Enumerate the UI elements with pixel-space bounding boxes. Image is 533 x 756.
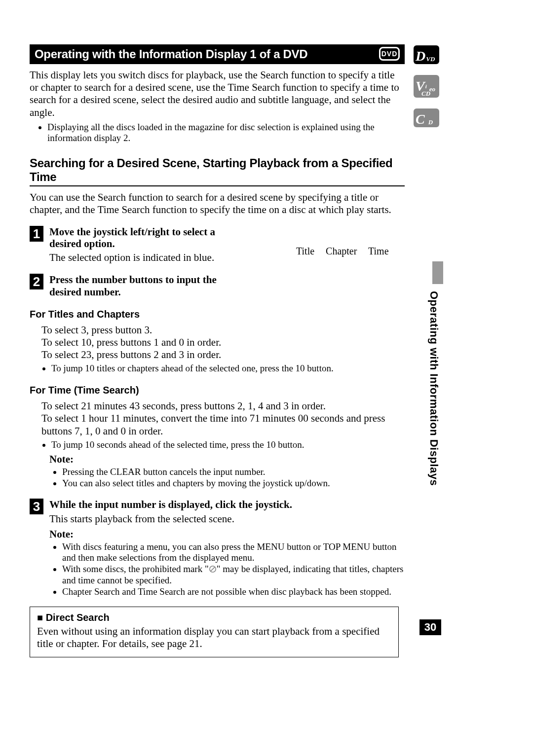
subsection-body: You can use the Search function to searc… [30, 191, 405, 216]
step-1-heading: Move the joystick left/right to select a… [49, 226, 237, 250]
option-chapter: Chapter [326, 246, 357, 256]
subhead-titles-chapters: For Titles and Chapters [30, 309, 405, 320]
ts-bullets: To jump 10 seconds ahead of the selected… [51, 439, 405, 450]
dvd-icon: DVD [379, 47, 400, 61]
sidebar-badge-cd: CD [414, 108, 439, 127]
option-time: Time [368, 246, 389, 256]
note-2-b3: Chapter Search and Time Search are not p… [62, 586, 405, 598]
step-3: 3 While the input number is displayed, c… [30, 499, 405, 525]
note-1-b2: You can also select titles and chapters … [62, 478, 405, 489]
tc-line-3: To select 23, press buttons 2 and 3 in o… [41, 349, 405, 361]
time-search-body: To select 21 minutes 43 seconds, press b… [41, 400, 405, 437]
step-3-heading: While the input number is displayed, cli… [49, 499, 405, 510]
ts-bullet-1: To jump 10 seconds ahead of the selected… [51, 439, 405, 450]
subhead-time-search: For Time (Time Search) [30, 385, 405, 396]
note-2-label: Note: [49, 528, 405, 540]
note-1-label: Note: [49, 453, 405, 466]
tc-bullets: To jump 10 titles or chapters ahead of t… [51, 363, 405, 374]
sidebar-badge-video-cd: Vieo CD [414, 75, 439, 98]
titles-chapters-body: To select 3, press button 3. To select 1… [41, 324, 405, 361]
intro-bullet-list: Displaying all the discs loaded in the m… [44, 122, 405, 144]
tc-bullet-1: To jump 10 titles or chapters ahead of t… [51, 363, 405, 374]
step-2-heading: Press the number buttons to input the de… [49, 274, 247, 297]
option-labels: Title Chapter Time [296, 246, 398, 257]
step-1: 1 Move the joystick left/right to select… [30, 226, 405, 264]
section-title: Operating with the Information Display 1… [35, 47, 307, 61]
page-number: 30 [419, 619, 441, 635]
ts-line-2: To select 1 hour 11 minutes, convert the… [41, 412, 405, 437]
step-number-icon: 2 [30, 274, 43, 289]
sidebar-badge-dvd: DVD [414, 45, 439, 64]
svg-line-1 [210, 567, 215, 572]
step-number-icon: 3 [30, 499, 43, 514]
prohibited-icon [209, 565, 217, 573]
intro-bullet: Displaying all the discs loaded in the m… [47, 122, 405, 144]
note-2-b2: With some discs, the prohibited mark "" … [62, 564, 405, 586]
subsection-heading: Searching for a Desired Scene, Starting … [30, 156, 405, 186]
tc-line-1: To select 3, press button 3. [41, 324, 405, 336]
sidebar-tab-marker [432, 261, 443, 284]
direct-search-body: Even without using an information displa… [37, 625, 391, 650]
direct-search-title: Direct Search [37, 612, 391, 623]
sidebar-section-label: Operating with Information Displays [426, 291, 440, 498]
note-2-list: With discs featuring a menu, you can als… [62, 541, 405, 598]
note-1-list: Pressing the CLEAR button cancels the in… [62, 467, 405, 489]
note-2-b1: With discs featuring a menu, you can als… [62, 541, 405, 564]
option-title: Title [296, 246, 314, 256]
step-number-icon: 1 [30, 226, 43, 242]
note-1-b1: Pressing the CLEAR button cancels the in… [62, 467, 405, 478]
section-title-bar: Operating with the Information Display 1… [30, 44, 405, 64]
direct-search-box: Direct Search Even without using an info… [30, 607, 399, 657]
step-3-body: This starts playback from the selected s… [49, 513, 405, 525]
intro-paragraph: This display lets you switch discs for p… [30, 69, 405, 119]
tc-line-2: To select 10, press buttons 1 and 0 in o… [41, 336, 405, 349]
ts-line-1: To select 21 minutes 43 seconds, press b… [41, 400, 405, 412]
step-2: 2 Press the number buttons to input the … [30, 274, 405, 297]
